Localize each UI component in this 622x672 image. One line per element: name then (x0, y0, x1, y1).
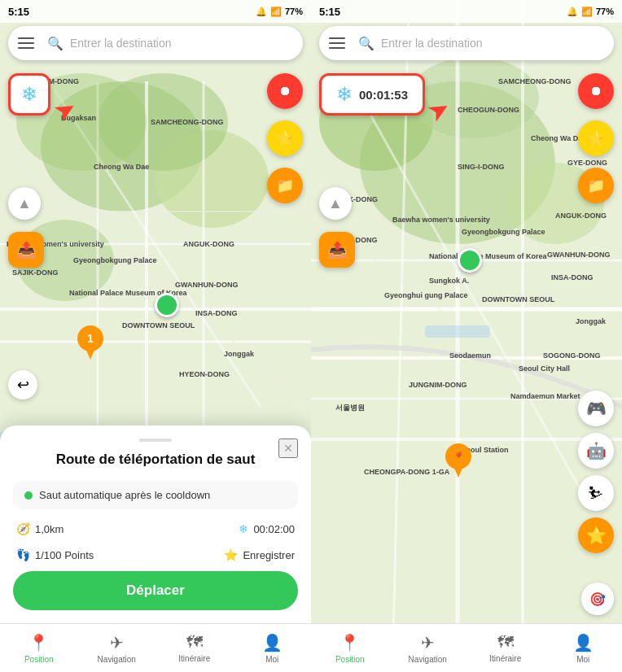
map-label-downtown: DOWNTOWN SEOUL (122, 321, 195, 329)
right-nav-moi-label: Moi (576, 655, 589, 664)
right-map-label-gyeongbok: Gyeongbokgung Palace (462, 228, 545, 236)
move-button-label: Déplacer (126, 583, 185, 599)
left-nav-position-label: Position (24, 655, 54, 664)
right-map-label-gyeonghui: Gyeonghui gung Palace (384, 291, 468, 299)
svg-marker-36 (453, 466, 463, 478)
right-rec-icon: ⏺ (589, 84, 602, 98)
right-battery-icon: 77% (596, 7, 614, 16)
right-orange-pin: 📍 (445, 443, 471, 481)
right-menu-button[interactable] (329, 32, 352, 55)
left-menu-button[interactable] (18, 32, 41, 55)
right-time: 5:15 (319, 6, 340, 18)
right-orange-icon: 📤 (327, 240, 348, 260)
right-map-label-sungkok: Sungkok A. (429, 277, 469, 285)
save-item[interactable]: ⭐ Enregistrer (224, 548, 295, 561)
timer-icon: ❄ (239, 522, 248, 535)
status-green-dot (24, 491, 33, 500)
right-rec-button[interactable]: ⏺ (578, 73, 614, 109)
svg-text:1: 1 (87, 332, 94, 345)
distance-item: 🧭 1,0km (16, 522, 64, 535)
left-search-placeholder: Entrer la destination (70, 37, 172, 50)
right-nav-position[interactable]: 📍 Position (311, 624, 389, 672)
left-orange-pin: 1 (77, 325, 103, 363)
left-undo-button[interactable]: ↩ (8, 370, 37, 399)
right-notification-icon: 🔔 (567, 7, 578, 17)
left-folder-button[interactable]: 📁 (267, 168, 303, 203)
left-nav-moi-label: Moi (265, 655, 278, 664)
right-nav-position-icon: 📍 (339, 633, 360, 652)
right-map-label-jonggak: Jonggak (576, 317, 606, 325)
sheet-title: Route de téléportation de saut (13, 452, 298, 468)
menu-line-3 (18, 47, 34, 49)
right-map-label-insa: INSA-DONG (551, 273, 594, 281)
map-label-gwanhun: GWANHUN-DONG (175, 281, 239, 289)
sheet-info-row: 🧭 1,0km ❄ 00:02:00 (13, 519, 298, 539)
svg-rect-34 (425, 325, 490, 338)
right-panel: BUAM-DONG SAMCHEONG-DONG CHEOGUN-DONG Ch… (311, 0, 622, 672)
left-rec-button[interactable]: ⏺ (267, 73, 303, 109)
right-nav-moi-icon: 👤 (573, 633, 594, 652)
right-map-label-downtown: DOWNTOWN SEOUL (482, 295, 554, 303)
svg-marker-17 (85, 348, 95, 360)
right-nav-navigation[interactable]: ✈ Navigation (389, 624, 467, 672)
left-nav-itineraire[interactable]: 🗺 Itinéraire (156, 624, 234, 672)
left-freeze-button[interactable]: ❄ (8, 73, 50, 116)
right-nav-marker: ▲ (319, 187, 352, 220)
left-nav-itineraire-label: Itinéraire (178, 654, 210, 663)
left-orange-btn[interactable]: 📤 (8, 232, 44, 268)
right-search-icon: 🔍 (358, 36, 375, 51)
right-map-label-samcheong: SAMCHEONG-DONG (498, 77, 572, 85)
left-nav-navigation[interactable]: ✈ Navigation (78, 624, 156, 672)
right-nav-itineraire[interactable]: 🗺 Itinéraire (466, 624, 545, 672)
left-bottom-sheet: × Route de téléportation de saut Saut au… (0, 425, 311, 623)
right-menu-line-3 (329, 47, 345, 49)
right-wifi-icon: 📶 (581, 7, 593, 17)
left-search-bar[interactable]: 🔍 Entrer la destination (8, 26, 303, 60)
map-label-insa: INSA-DONG (195, 309, 238, 317)
right-bottom-nav: 📍 Position ✈ Navigation 🗺 Itinéraire 👤 M… (311, 623, 622, 672)
notification-icon: 🔔 (256, 7, 267, 17)
right-search-bar[interactable]: 🔍 Entrer la destination (319, 26, 614, 60)
right-nav-navigation-icon: ✈ (421, 633, 435, 652)
right-star2-btn[interactable]: ⭐ (578, 517, 614, 553)
points-value: 1/100 Points (35, 549, 94, 561)
left-star-icon: ⭐ (276, 129, 294, 147)
right-skier-btn[interactable]: ⛷ (578, 475, 614, 511)
right-nav-icon: ▲ (328, 195, 343, 212)
map-label-sajik: SAJIK-DONG (12, 268, 59, 277)
right-nav-navigation-label: Navigation (409, 655, 447, 664)
left-star-button[interactable]: ⭐ (267, 120, 303, 156)
right-map-label-seodaemun: Seodaemun (449, 351, 491, 360)
right-nav-itineraire-label: Itinéraire (489, 654, 521, 663)
left-time: 5:15 (8, 6, 29, 18)
right-map-label-baewha: Baewha women's university (392, 216, 490, 224)
right-game-btn[interactable]: 🎮 (578, 391, 614, 426)
left-nav-position[interactable]: 📍 Position (0, 624, 78, 672)
right-game-icon: 🎮 (586, 399, 607, 418)
right-nav-moi[interactable]: 👤 Moi (545, 624, 623, 672)
move-button[interactable]: Déplacer (13, 571, 298, 610)
right-orange-btn[interactable]: 📤 (319, 232, 355, 268)
right-star-button[interactable]: ⭐ (578, 120, 614, 156)
right-compass-btn[interactable]: 🎯 (581, 583, 614, 615)
wifi-icon: 📶 (270, 7, 282, 17)
left-search-icon: 🔍 (47, 36, 64, 51)
right-folder-button[interactable]: 📁 (578, 168, 614, 203)
menu-line-1 (18, 37, 34, 39)
battery-icon: 77% (285, 7, 303, 16)
sheet-handle (139, 439, 172, 442)
right-map-label-anguk: ANGUK-DONG (555, 212, 607, 220)
right-robot-btn[interactable]: 🤖 (578, 433, 614, 469)
left-nav-moi[interactable]: 👤 Moi (234, 624, 312, 672)
right-skier-icon: ⛷ (588, 484, 604, 503)
left-panel: BUAM-DONG Bugaksan SAMCHEONG-DONG Cheong… (0, 0, 311, 672)
left-nav-icon: ▲ (17, 195, 32, 212)
points-item: 👣 1/100 Points (16, 548, 94, 561)
left-orange-icon: 📤 (16, 240, 37, 260)
sheet-close-button[interactable]: × (278, 439, 298, 458)
right-map-label-cheongpa: CHEONGPA-DONG 1-GA (364, 468, 449, 476)
right-robot-icon: 🤖 (586, 441, 607, 460)
distance-value: 1,0km (35, 523, 64, 535)
right-freeze-button[interactable]: ❄ 00:01:53 (319, 73, 425, 116)
right-folder-icon: 📁 (587, 177, 605, 194)
